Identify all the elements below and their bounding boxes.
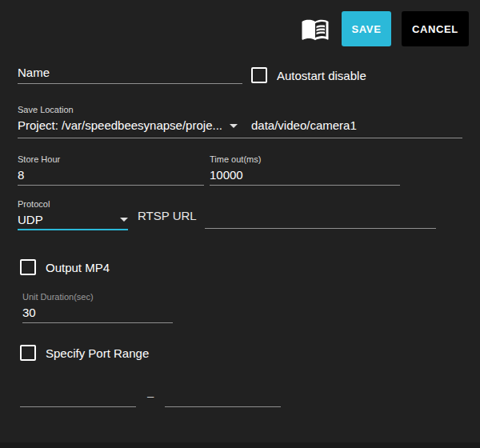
port-range-inputs: –	[20, 386, 281, 407]
protocol-label: Protocol	[18, 198, 128, 210]
time-out-input[interactable]: 10000	[210, 166, 400, 186]
dropdown-caret-icon	[230, 124, 238, 128]
rtsp-url-input[interactable]	[205, 198, 436, 229]
protocol-value: UDP	[18, 210, 43, 230]
name-input-label: Name	[18, 63, 50, 82]
output-mp4-checkbox[interactable]	[20, 259, 36, 275]
name-input[interactable]: Name	[18, 62, 242, 84]
port-range-separator: –	[147, 389, 154, 402]
store-hour-field: Store Hour 8	[18, 154, 204, 186]
output-mp4-row[interactable]: Output MP4	[20, 259, 110, 275]
rtsp-url-label: RTSP URL	[138, 209, 197, 222]
rtsp-url-field: RTSP URL	[138, 198, 436, 229]
output-mp4-label: Output MP4	[46, 261, 110, 274]
save-location-path-input[interactable]: data/video/camera1	[251, 116, 357, 135]
autostart-disable-checkbox[interactable]	[251, 67, 267, 83]
port-min-input[interactable]	[20, 386, 136, 407]
save-location-selected-value: Project: /var/speedbeesynapse/proje...	[18, 116, 222, 135]
unit-duration-input[interactable]: 30	[22, 303, 173, 323]
camera-settings-panel: SAVE CANCEL Name Autostart disable Save …	[0, 0, 480, 448]
save-location-label: Save Location	[18, 104, 462, 115]
store-hour-input[interactable]: 8	[18, 166, 204, 186]
specify-port-range-row[interactable]: Specify Port Range	[20, 345, 149, 361]
open-book-icon	[301, 14, 330, 43]
unit-duration-label: Unit Duration(sec)	[22, 291, 173, 302]
store-hour-value: 8	[18, 166, 24, 185]
unit-duration-value: 30	[22, 303, 36, 322]
autostart-disable-row[interactable]: Autostart disable	[251, 67, 366, 83]
port-max-input[interactable]	[165, 386, 281, 407]
protocol-select[interactable]: UDP	[18, 210, 128, 230]
specify-port-range-label: Specify Port Range	[46, 346, 149, 360]
protocol-field: Protocol UDP	[18, 198, 128, 230]
name-field: Name	[18, 62, 242, 84]
save-location-row: Project: /var/speedbeesynapse/proje... d…	[18, 116, 462, 135]
specify-port-range-checkbox[interactable]	[20, 345, 36, 361]
cancel-button[interactable]: CANCEL	[402, 11, 469, 46]
time-out-field: Time out(ms) 10000	[210, 154, 400, 186]
time-out-label: Time out(ms)	[210, 154, 400, 165]
save-location-underline	[18, 138, 462, 138]
save-button[interactable]: SAVE	[342, 11, 391, 46]
autostart-disable-label: Autostart disable	[277, 69, 366, 82]
save-location-select[interactable]: Project: /var/speedbeesynapse/proje...	[18, 116, 240, 135]
unit-duration-field: Unit Duration(sec) 30	[22, 291, 173, 323]
save-location-field: Save Location Project: /var/speedbeesyna…	[18, 104, 462, 138]
toolbar: SAVE CANCEL	[299, 11, 469, 46]
time-out-value: 10000	[210, 166, 243, 185]
dropdown-caret-icon	[120, 218, 128, 222]
manual-book-icon[interactable]	[299, 13, 331, 45]
panel-bottom-edge	[0, 442, 480, 448]
store-hour-label: Store Hour	[18, 154, 204, 165]
